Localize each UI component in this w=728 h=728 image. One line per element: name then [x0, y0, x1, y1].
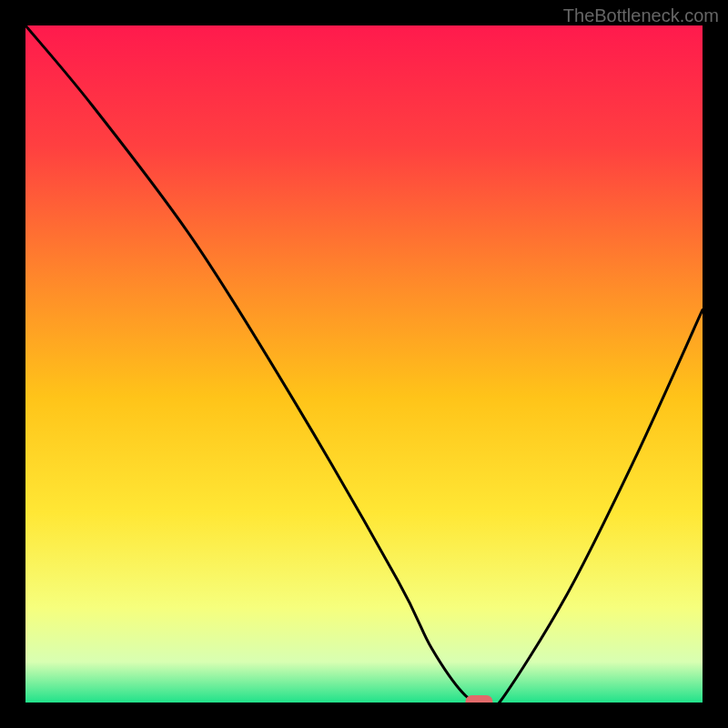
chart-background-gradient — [25, 25, 703, 703]
watermark-text: TheBottleneck.com — [563, 5, 719, 26]
optimal-point-marker — [465, 695, 492, 703]
chart-svg — [25, 25, 703, 703]
bottleneck-chart — [25, 25, 703, 703]
